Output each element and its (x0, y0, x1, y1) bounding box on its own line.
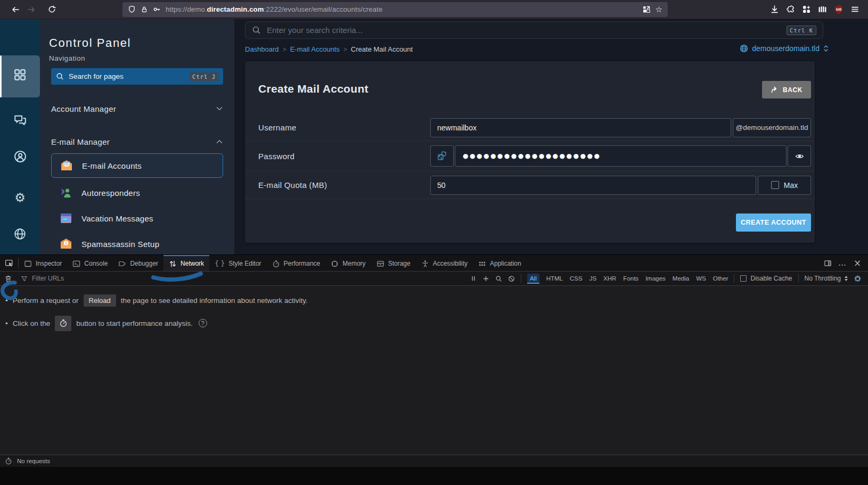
nav-section-email-manager[interactable]: E-mail Manager (51, 131, 223, 152)
max-checkbox[interactable] (771, 181, 779, 189)
browser-toolbar: https://demo.directadmin.com:2222/evo/us… (0, 0, 868, 19)
tab-application[interactable]: Application (473, 255, 527, 271)
nav-item-email-accounts[interactable]: E-mail Accounts (51, 153, 223, 178)
status-stopwatch-icon[interactable] (5, 457, 12, 465)
type-filter-all[interactable]: All (527, 274, 539, 284)
request-type-filters: All HTML CSS JS XHR Fonts Images Media W… (527, 274, 728, 284)
tracking-shield-icon[interactable] (128, 5, 136, 13)
debugger-icon (118, 260, 126, 268)
bottom-gap (0, 467, 868, 485)
type-filter-xhr[interactable]: XHR (603, 275, 616, 282)
menu-hamburger-icon[interactable] (850, 5, 859, 14)
nav-item-autoresponders[interactable]: Autoresponders (51, 182, 223, 203)
nav-item-label: Vacation Messages (81, 214, 153, 223)
generate-password-dice-button[interactable] (430, 145, 454, 167)
pick-element-icon[interactable] (0, 255, 18, 271)
tab-accessibility[interactable]: Accessibility (416, 255, 473, 271)
quota-max-toggle[interactable]: Max (758, 176, 811, 195)
hint-text: Perform a request or (13, 297, 79, 305)
back-button[interactable]: BACK (762, 81, 811, 98)
rail-item-settings-gear-icon[interactable]: ⚙ (0, 191, 40, 204)
breadcrumb: Dashboard > E-mail Accounts > Create Mai… (245, 45, 413, 53)
block-requests-icon[interactable] (508, 275, 515, 282)
tab-network[interactable]: Network (163, 255, 209, 271)
nav-item-vacation-messages[interactable]: Vacation Messages (51, 208, 223, 229)
bookmark-star-icon[interactable]: ☆ (656, 5, 662, 14)
type-filter-fonts[interactable]: Fonts (623, 275, 638, 282)
quota-row: E-mail Quota (MB) Max (245, 171, 815, 199)
breadcrumb-email-accounts[interactable]: E-mail Accounts (290, 45, 340, 53)
url-bar[interactable]: https://demo.directadmin.com:2222/evo/us… (122, 2, 668, 17)
reload-button[interactable]: Reload (84, 294, 116, 307)
chevron-down-icon (216, 105, 223, 112)
breadcrumb-separator: > (283, 46, 286, 53)
performance-analysis-button[interactable] (55, 316, 71, 331)
tab-inspector[interactable]: Inspector (19, 255, 67, 271)
tab-debugger[interactable]: Debugger (113, 255, 163, 271)
throttling-select[interactable]: No Throttling (805, 275, 848, 282)
tab-storage[interactable]: Storage (371, 255, 416, 271)
autoresponders-icon (59, 186, 73, 200)
rail-item-account[interactable] (0, 150, 40, 163)
nav-section-account-manager[interactable]: Account Manager (51, 98, 223, 119)
disable-cache-checkbox[interactable] (740, 275, 747, 282)
saved-password-key-icon[interactable] (153, 5, 161, 13)
devtools-tabbar: Inspector Console Debugger Network { } S… (0, 255, 868, 272)
type-filter-html[interactable]: HTML (546, 275, 563, 282)
devtools-menu-icon[interactable]: … (835, 258, 850, 268)
har-import-plus-icon[interactable] (482, 275, 489, 282)
type-filter-js[interactable]: JS (589, 275, 596, 282)
network-settings-gear-icon[interactable] (854, 275, 862, 283)
downloads-icon[interactable] (770, 5, 779, 14)
help-question-icon[interactable]: ? (199, 319, 207, 327)
global-search-bar[interactable]: Ctrl K (245, 21, 823, 39)
filter-urls-box[interactable]: Filter URLs (17, 275, 64, 282)
ublock-origin-icon[interactable]: UO (834, 5, 844, 14)
type-filter-ws[interactable]: WS (696, 275, 706, 282)
create-account-button[interactable]: CREATE ACCOUNT (736, 213, 811, 232)
devtools-close-icon[interactable]: × (850, 258, 865, 268)
nav-item-spamassassin-setup[interactable]: Spamassassin Setup (51, 233, 223, 254)
search-requests-icon[interactable] (495, 275, 502, 282)
forward-icon[interactable] (23, 2, 39, 17)
nav-item-label: E-mail Accounts (82, 161, 142, 170)
password-input[interactable]: ●●●●●●●●●●●●●●●●●●●● (455, 145, 787, 167)
type-filter-media[interactable]: Media (673, 275, 689, 282)
clear-requests-trash-icon[interactable] (0, 272, 16, 285)
nav-search-input[interactable] (69, 72, 185, 80)
breadcrumb-dashboard[interactable]: Dashboard (245, 45, 279, 53)
rail-item-dashboard[interactable] (0, 69, 40, 81)
tab-console[interactable]: Console (67, 255, 113, 271)
extension-bars-icon[interactable] (818, 5, 827, 14)
show-password-eye-button[interactable] (788, 145, 811, 167)
tab-style-editor[interactable]: { } Style Editor (209, 255, 266, 271)
back-icon[interactable] (7, 2, 23, 17)
accessibility-person-icon (421, 260, 429, 268)
quota-label: E-mail Quota (MB) (258, 180, 430, 190)
tab-label: Console (84, 260, 108, 267)
extensions-puzzle-icon[interactable] (786, 5, 795, 14)
quota-input[interactable] (430, 176, 756, 195)
https-lock-icon[interactable] (141, 6, 148, 13)
pause-icon[interactable] (470, 275, 477, 282)
browser-toolbar-right: UO (770, 5, 868, 14)
rail-item-language-globe-icon[interactable] (0, 228, 40, 240)
dock-side-icon[interactable] (820, 259, 835, 267)
type-filter-css[interactable]: CSS (570, 275, 583, 282)
username-input[interactable] (430, 118, 731, 137)
main-content: Ctrl K Dashboard > E-mail Accounts > Cre… (234, 19, 868, 254)
extension-squares-plus-icon[interactable] (802, 5, 811, 14)
domain-label: demouserdomain.tld (752, 44, 820, 53)
global-search-input[interactable] (267, 26, 781, 35)
reload-icon[interactable] (44, 2, 60, 17)
disable-cache-toggle[interactable]: Disable Cache (740, 275, 792, 282)
type-filter-other[interactable]: Other (713, 275, 728, 282)
domain-selector[interactable]: demouserdomain.tld (740, 44, 829, 53)
tab-memory[interactable]: Memory (325, 255, 371, 271)
page-actions-icon[interactable] (642, 5, 651, 14)
nav-search-box[interactable]: Ctrl J (51, 68, 223, 85)
type-filter-images[interactable]: Images (645, 275, 666, 282)
rail-item-messages[interactable] (0, 114, 40, 127)
tab-performance[interactable]: Performance (267, 255, 326, 271)
panel-subtitle: Navigation (49, 54, 85, 62)
